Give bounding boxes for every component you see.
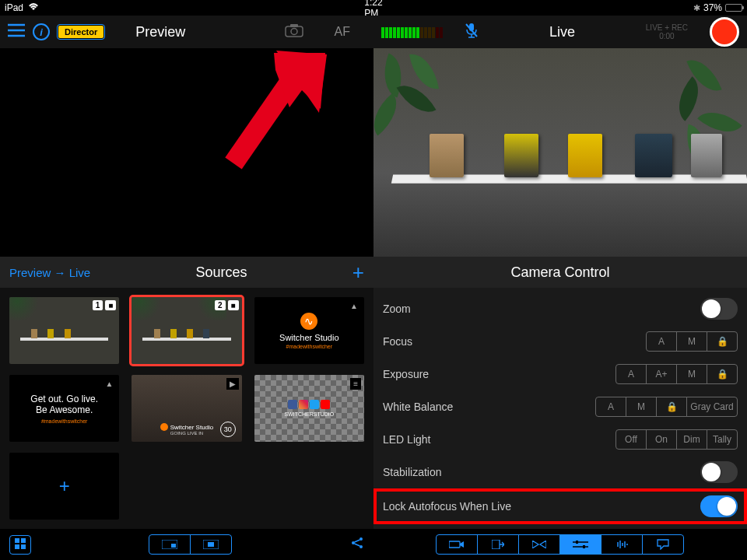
live-title: Live: [549, 24, 575, 40]
wb-graycard[interactable]: Gray Card: [686, 397, 738, 417]
mic-mute-icon[interactable]: [465, 23, 479, 42]
svg-rect-6: [21, 538, 26, 543]
device-label: iPad: [5, 2, 23, 13]
wb-a[interactable]: A: [595, 397, 626, 417]
menu-icon[interactable]: [8, 22, 25, 42]
svg-rect-8: [21, 544, 26, 549]
layers-icon: ≡: [350, 378, 361, 390]
tab-audio[interactable]: [601, 534, 643, 555]
record-button[interactable]: [710, 17, 739, 47]
led-off[interactable]: Off: [615, 429, 647, 450]
preview-title: Preview: [135, 24, 185, 40]
wb-row: White Balance A M 🔒 Gray Card: [383, 390, 738, 423]
camera-control-title: Camera Control: [510, 264, 609, 281]
live-viewport[interactable]: [374, 48, 747, 257]
status-bar: iPad 1:22 PM ✱ 37%: [0, 0, 747, 16]
tab-chat[interactable]: [642, 534, 684, 555]
source-tile-5[interactable]: Switcher Studio GOING LIVE IN 30 ▶: [132, 375, 241, 442]
preview-viewport[interactable]: [0, 48, 374, 257]
image-icon: ▲: [102, 378, 116, 390]
source-tile-3[interactable]: ∿ Switcher Studio #madewithswitcher ▲: [254, 297, 364, 364]
autofocus-button[interactable]: AF: [335, 25, 350, 39]
add-source-tile[interactable]: +: [9, 453, 119, 520]
audio-meter: [381, 26, 443, 38]
share-button[interactable]: [350, 536, 364, 554]
svg-rect-7: [15, 544, 19, 549]
tab-camera[interactable]: [436, 534, 478, 555]
svg-rect-10: [171, 544, 176, 548]
camera-badge: 1■: [93, 300, 117, 310]
tab-bowtie[interactable]: [518, 534, 560, 555]
preview-to-live-button[interactable]: Preview → Live: [9, 266, 90, 279]
battery-pct: 37%: [703, 2, 722, 13]
svg-rect-12: [208, 542, 214, 547]
source-tile-1[interactable]: 1■: [9, 297, 119, 364]
sources-grid: 1■ 2■ ∿ Switcher Studio #madewithswitche…: [0, 288, 374, 529]
svg-point-1: [291, 29, 297, 35]
source-tile-2[interactable]: 2■: [132, 297, 241, 364]
camera-controls: Zoom Focus A M 🔒 Exposure A A+ M 🔒 White…: [374, 288, 747, 529]
tab-output[interactable]: [477, 534, 519, 555]
layout-a-button[interactable]: [149, 534, 191, 555]
tab-sliders[interactable]: [559, 534, 601, 555]
wifi-icon: [28, 2, 39, 13]
layout-b-button[interactable]: [190, 534, 232, 555]
stabilization-toggle[interactable]: [700, 461, 738, 483]
svg-rect-18: [576, 541, 578, 544]
add-source-button[interactable]: +: [352, 261, 364, 285]
image-icon: ▲: [347, 300, 361, 312]
focus-auto[interactable]: A: [646, 331, 677, 352]
sources-title: Sources: [195, 264, 247, 281]
info-icon[interactable]: i: [33, 23, 50, 40]
stabilization-row: Stabilization: [383, 456, 738, 488]
focus-manual[interactable]: M: [676, 331, 707, 352]
led-dim[interactable]: Dim: [676, 429, 707, 450]
source-tile-4[interactable]: Get out. Go live. Be Awesome. #madewiths…: [9, 375, 119, 442]
camera-badge: 2■: [215, 300, 239, 310]
wb-m[interactable]: M: [626, 397, 657, 417]
led-tally[interactable]: Tally: [707, 429, 738, 450]
svg-rect-17: [492, 540, 500, 549]
zoom-toggle[interactable]: [700, 298, 738, 320]
focus-lock[interactable]: 🔒: [707, 331, 738, 352]
svg-rect-5: [15, 538, 19, 543]
director-badge[interactable]: Director: [58, 25, 104, 39]
live-panel: Live LIVE + REC 0:00: [374, 16, 747, 257]
exposure-lock[interactable]: 🔒: [707, 364, 738, 384]
exposure-m[interactable]: M: [676, 364, 707, 384]
svg-rect-19: [583, 545, 585, 548]
exposure-a[interactable]: A: [615, 364, 647, 384]
footer-toolbar: [0, 529, 747, 560]
exposure-row: Exposure A A+ M 🔒: [383, 358, 738, 390]
lock-af-toggle[interactable]: [700, 495, 738, 517]
wb-lock[interactable]: 🔒: [656, 397, 687, 417]
focus-row: Focus A M 🔒: [383, 325, 738, 358]
lock-af-row: Lock Autofocus When Live: [375, 490, 745, 523]
led-row: LED Light Off On Dim Tally: [383, 423, 738, 456]
source-tile-6[interactable]: SWITCHERSTUDIO ≡: [254, 375, 364, 442]
preview-panel: i Director Preview AF: [0, 16, 374, 257]
zoom-row: Zoom: [383, 292, 738, 325]
video-icon: ▶: [226, 378, 239, 390]
bluetooth-icon: ✱: [693, 3, 700, 13]
svg-rect-2: [290, 24, 298, 27]
grid-view-button[interactable]: [9, 535, 31, 555]
countdown-badge: 30: [220, 422, 236, 437]
exposure-aplus[interactable]: A+: [646, 364, 677, 384]
rec-status: LIVE + REC 0:00: [646, 23, 688, 40]
svg-rect-16: [449, 541, 460, 548]
camera-icon[interactable]: [285, 23, 303, 40]
battery-icon: [725, 4, 742, 12]
led-on[interactable]: On: [646, 429, 677, 450]
